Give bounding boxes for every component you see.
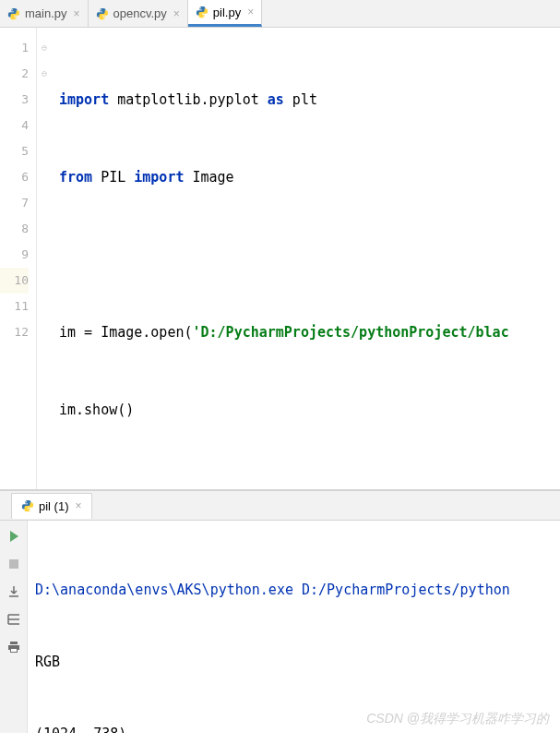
svg-rect-9 [11,649,17,652]
svg-point-6 [26,501,27,502]
close-icon[interactable]: × [74,7,80,20]
close-icon[interactable]: × [76,499,82,512]
fold-column: ⊖ ⊖ [37,28,52,489]
code-editor[interactable]: 1 2 3 4 5 6 7 8 9 10 11 12 ⊖ ⊖ import ma… [0,28,560,489]
console-line: D:\anaconda\envs\AKS\python.exe D:/Pycha… [35,578,553,602]
run-tab-pil[interactable]: pil (1) × [11,493,92,519]
svg-point-7 [29,510,30,510]
editor-tabs: main.py × opencv.py × pil.py × [0,0,560,28]
python-file-icon [21,499,34,512]
tab-pil-py[interactable]: pil.py × [188,0,262,27]
console-panel: D:\anaconda\envs\AKS\python.exe D:/Pycha… [0,521,560,733]
rerun-icon[interactable] [4,526,24,546]
close-icon[interactable]: × [247,6,254,18]
python-file-icon [196,6,209,18]
run-tab-label: pil (1) [39,499,69,513]
layout-icon[interactable] [4,609,24,630]
python-file-icon [96,7,109,20]
console-line: (1024, 738) [35,722,553,733]
console-toolbar [0,521,28,733]
run-panel-tabs: pil (1) × [0,491,560,521]
console-line: RGB [35,650,553,674]
tab-opencv-py[interactable]: opencv.py × [89,0,188,27]
fold-icon[interactable]: ⊖ [37,61,52,87]
tab-label: opencv.py [113,6,167,20]
line-gutter: 1 2 3 4 5 6 7 8 9 10 11 12 [0,28,37,489]
tab-label: main.py [25,6,67,20]
fold-icon[interactable]: ⊖ [37,35,52,61]
console-output[interactable]: D:\anaconda\envs\AKS\python.exe D:/Pycha… [28,521,560,733]
stop-icon[interactable] [4,554,24,574]
python-file-icon [7,7,20,20]
svg-point-3 [103,17,104,18]
code-area[interactable]: import matplotlib.pyplot as plt from PIL… [52,28,560,489]
print-icon[interactable] [4,637,24,657]
svg-rect-8 [9,559,18,569]
tab-main-py[interactable]: main.py × [0,0,89,27]
svg-point-2 [100,9,101,10]
svg-point-0 [12,9,13,10]
tab-label: pil.py [213,6,241,19]
svg-point-5 [203,16,204,17]
export-icon[interactable] [4,582,24,602]
close-icon[interactable]: × [173,7,180,20]
svg-point-1 [15,17,16,18]
svg-point-4 [199,7,200,8]
